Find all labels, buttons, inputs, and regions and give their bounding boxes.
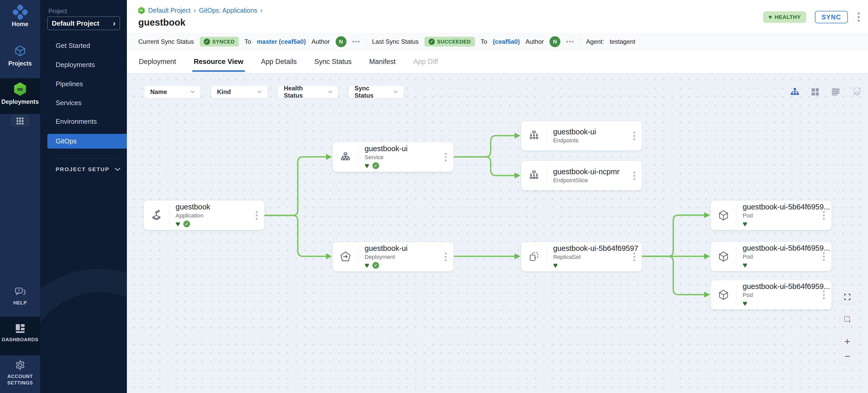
service-icon bbox=[333, 142, 358, 172]
tab-resource-view[interactable]: Resource View bbox=[194, 50, 243, 73]
panel-item-services[interactable]: Services bbox=[40, 96, 127, 110]
rail-account-settings-label: ACCOUNT SETTINGS bbox=[3, 373, 37, 386]
node-card-endpointslice-guestbook-ui-ncpmr[interactable]: guestbook-ui-ncpmr EndpointSlice bbox=[521, 161, 642, 190]
rail-item-deployments[interactable]: ∞ Deployments bbox=[0, 82, 40, 105]
box-select-icon bbox=[844, 316, 851, 323]
chevron-down-icon bbox=[328, 91, 332, 93]
synced-badge: ✓ SYNCED bbox=[200, 37, 239, 46]
node-kind: Deployment bbox=[365, 254, 454, 260]
nav-rail: Home Projects ∞ Deployments ? HELP DASHB… bbox=[0, 0, 40, 393]
health-heart-icon: ♥ bbox=[743, 220, 747, 228]
list-view-icon[interactable] bbox=[831, 88, 840, 96]
box-select-button[interactable] bbox=[840, 312, 854, 326]
current-revision-link[interactable]: master (ceaf5a0) bbox=[257, 38, 306, 45]
panel-item-pipelines[interactable]: Pipelines bbox=[40, 77, 127, 91]
tab-manifest[interactable]: Manifest bbox=[369, 50, 396, 73]
node-card-service-guestbook-ui[interactable]: guestbook-ui Service ♥✓ bbox=[333, 142, 454, 172]
panel-item-deployments[interactable]: Deployments bbox=[40, 58, 127, 72]
breadcrumb-project-link[interactable]: Default Project bbox=[148, 7, 191, 14]
health-badge-label: HEALTHY bbox=[775, 14, 801, 20]
node-menu-button[interactable] bbox=[822, 251, 826, 262]
node-menu-button[interactable] bbox=[632, 130, 636, 141]
filter-health-status-label: Health Status bbox=[284, 85, 321, 99]
main-content: ∞ Default Project › GitOps: Applications… bbox=[127, 0, 868, 393]
tab-deployment[interactable]: Deployment bbox=[139, 50, 176, 73]
current-sync-status-label: Current Sync Status bbox=[138, 38, 194, 45]
header-actions: ♥ HEALTHY SYNC bbox=[763, 11, 861, 23]
rail-item-dashboards[interactable]: DASHBOARDS bbox=[0, 323, 40, 343]
project-selector[interactable]: Default Project › bbox=[48, 17, 120, 30]
tree-view-icon[interactable] bbox=[790, 88, 799, 96]
endpointslice-icon bbox=[521, 161, 547, 190]
fit-screen-icon bbox=[844, 293, 851, 301]
agent-value: testagent bbox=[610, 38, 636, 45]
dashboards-icon bbox=[15, 323, 26, 334]
gitops-breadcrumb-icon: ∞ bbox=[138, 7, 145, 14]
more-commit-info-button[interactable]: ••• bbox=[352, 38, 361, 45]
author-label: Author bbox=[525, 38, 544, 45]
rail-item-account-settings[interactable]: ACCOUNT SETTINGS bbox=[0, 359, 40, 386]
more-commit-info-button[interactable]: ••• bbox=[566, 38, 575, 45]
filter-name[interactable]: Name bbox=[144, 86, 201, 98]
node-menu-button[interactable] bbox=[822, 210, 826, 221]
health-heart-icon: ♥ bbox=[176, 220, 180, 228]
node-card-pod-1[interactable]: guestbook-ui-5b64f6959... Pod ♥ bbox=[711, 201, 832, 230]
zoom-out-button[interactable]: − bbox=[840, 349, 854, 363]
rail-item-help[interactable]: ? HELP bbox=[0, 287, 40, 306]
node-menu-button[interactable] bbox=[632, 251, 636, 262]
node-kind: EndpointSlice bbox=[553, 177, 642, 184]
node-kind: Application bbox=[176, 212, 265, 219]
node-card-application-guestbook[interactable]: guestbook Application ♥✓ bbox=[144, 201, 265, 230]
node-menu-button[interactable] bbox=[444, 152, 448, 162]
rail-home-label: Home bbox=[12, 21, 29, 28]
node-card-pod-2[interactable]: guestbook-ui-5b64f6959... Pod ♥ bbox=[711, 242, 832, 271]
filter-sync-status-label: Sync Status bbox=[354, 85, 387, 99]
filter-sync-status[interactable]: Sync Status bbox=[348, 86, 404, 98]
chevron-down-icon bbox=[191, 91, 195, 93]
project-panel: Project Default Project › Get Started De… bbox=[40, 0, 127, 393]
check-circle-icon: ✓ bbox=[429, 39, 435, 45]
chevron-down-icon bbox=[115, 168, 120, 171]
node-card-deployment-guestbook-ui[interactable]: guestbook-ui Deployment ♥✓ bbox=[333, 242, 454, 271]
author-label: Author bbox=[312, 38, 330, 45]
network-view-icon[interactable] bbox=[852, 88, 861, 96]
last-revision-link[interactable]: (ceaf5a0) bbox=[493, 38, 520, 45]
project-setup-toggle[interactable]: PROJECT SETUP bbox=[56, 166, 120, 172]
node-name: guestbook-ui-5b64f6959... bbox=[743, 203, 832, 211]
filter-kind[interactable]: Kind bbox=[211, 86, 268, 98]
filter-bar: Name Kind Health Status Sync Status bbox=[144, 86, 404, 98]
panel-item-environments[interactable]: Environments bbox=[40, 114, 127, 129]
zoom-in-button[interactable]: + bbox=[840, 334, 854, 349]
node-card-endpoints-guestbook-ui[interactable]: guestbook-ui Endpoints bbox=[521, 121, 642, 151]
panel-item-get-started[interactable]: Get Started bbox=[40, 38, 127, 53]
node-menu-button[interactable] bbox=[632, 170, 636, 181]
project-selector-value: Default Project bbox=[52, 20, 99, 27]
app-menu-button[interactable] bbox=[857, 11, 861, 23]
breadcrumb-section-link[interactable]: GitOps: Applications bbox=[199, 7, 257, 14]
node-menu-button[interactable] bbox=[255, 210, 259, 221]
node-card-pod-3[interactable]: guestbook-ui-5b64f6959... Pod ♥ bbox=[711, 280, 832, 309]
node-menu-button[interactable] bbox=[822, 289, 826, 300]
synced-check-icon: ✓ bbox=[183, 221, 190, 227]
tab-app-details[interactable]: App Details bbox=[261, 50, 297, 73]
svg-text:?: ? bbox=[18, 288, 20, 293]
module-picker-button[interactable] bbox=[11, 115, 29, 127]
rail-item-home[interactable]: Home bbox=[0, 6, 40, 28]
tab-sync-status[interactable]: Sync Status bbox=[314, 50, 352, 73]
fit-to-screen-button[interactable] bbox=[840, 290, 854, 304]
chevron-down-icon bbox=[394, 91, 398, 93]
replicaset-icon bbox=[521, 242, 547, 271]
project-setup-label: PROJECT SETUP bbox=[56, 166, 110, 172]
node-menu-button[interactable] bbox=[444, 251, 448, 262]
node-kind: Service bbox=[365, 154, 454, 161]
resource-tree-canvas[interactable]: Name Kind Health Status Sync Status gues… bbox=[127, 73, 868, 393]
sync-button[interactable]: SYNC bbox=[815, 11, 848, 23]
rail-item-projects[interactable]: Projects bbox=[0, 44, 40, 67]
filter-health-status[interactable]: Health Status bbox=[278, 86, 338, 98]
endpoints-icon bbox=[521, 121, 547, 151]
pod-icon bbox=[711, 201, 736, 230]
card-view-icon[interactable] bbox=[811, 88, 819, 96]
panel-item-gitops[interactable]: GitOps bbox=[48, 134, 127, 149]
node-name: guestbook bbox=[176, 203, 265, 211]
node-card-replicaset-guestbook-ui-5b64f69597[interactable]: guestbook-ui-5b64f69597 ReplicaSet ♥ bbox=[521, 242, 642, 271]
